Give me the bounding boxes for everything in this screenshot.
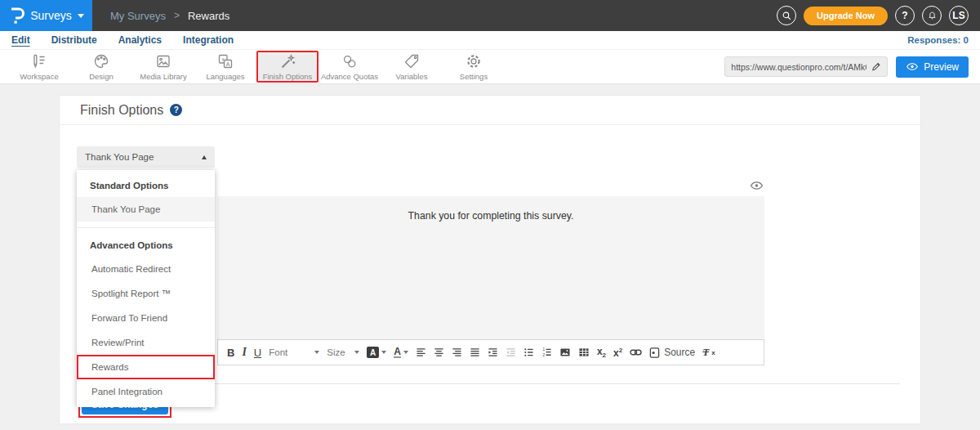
- numbered-list-icon: 12: [541, 347, 552, 357]
- menu-item-thank-you-page[interactable]: Thank You Page: [77, 197, 215, 222]
- survey-nav: Edit Distribute Analytics Integration Re…: [0, 31, 980, 49]
- numbered-list-button[interactable]: 12: [541, 347, 552, 357]
- align-center-icon: [434, 347, 444, 357]
- panel-body: Thank You Page Standard Options Thank Yo…: [60, 125, 920, 424]
- menu-item-spotlight-report[interactable]: Spotlight Report ™: [77, 281, 215, 306]
- chevron-down-icon: [381, 351, 386, 354]
- questionpro-logo: [8, 6, 24, 25]
- svg-text:2: 2: [542, 353, 545, 357]
- tab-analytics[interactable]: Analytics: [118, 34, 162, 46]
- survey-url: https://www.questionpro.com/t/AMkGQ: [731, 62, 866, 72]
- notifications-button[interactable]: [922, 6, 942, 25]
- help-icon: ?: [902, 10, 907, 21]
- align-right-button[interactable]: [452, 347, 462, 357]
- editor-content[interactable]: Thank you for completing this survey.: [217, 196, 764, 339]
- menu-item-panel-integration[interactable]: Panel Integration: [77, 379, 215, 404]
- image-icon: [559, 347, 571, 357]
- italic-button[interactable]: I: [242, 346, 246, 359]
- chevron-down-icon: [78, 14, 84, 18]
- breadcrumb-current: Rewards: [188, 10, 229, 22]
- eye-icon: [906, 62, 919, 71]
- align-justify-button[interactable]: [470, 347, 480, 357]
- design-icon: [92, 52, 110, 70]
- text-color-icon: A: [394, 347, 401, 359]
- tab-edit[interactable]: Edit: [11, 34, 30, 46]
- search-button[interactable]: [777, 6, 796, 25]
- product-name: Surveys: [30, 9, 72, 22]
- bold-button[interactable]: B: [227, 347, 234, 359]
- indent-increase-button[interactable]: [488, 347, 498, 357]
- menu-item-forward-to-friend[interactable]: Forward To Friend: [77, 306, 215, 330]
- breadcrumb: My Surveys > Rewards: [92, 0, 229, 31]
- bell-icon: [927, 10, 938, 21]
- preview-button[interactable]: Preview: [896, 56, 969, 78]
- indent-decrease-button[interactable]: [506, 347, 516, 357]
- finish-type-selected: Thank You Page: [85, 152, 154, 162]
- background-color-button[interactable]: A: [367, 347, 386, 358]
- align-right-icon: [452, 347, 462, 357]
- media-library-icon: [154, 52, 172, 70]
- toolbar-item-languages[interactable]: x A Languages: [194, 51, 256, 83]
- thank-you-editor: Thank you for completing this survey. B …: [217, 196, 764, 365]
- align-center-button[interactable]: [434, 347, 444, 357]
- insert-link-button[interactable]: [630, 348, 642, 356]
- app-header: Surveys My Surveys > Rewards Upgrade Now…: [0, 0, 980, 31]
- menu-divider: [77, 227, 215, 228]
- product-switcher[interactable]: Surveys: [0, 0, 92, 31]
- avatar[interactable]: LS: [949, 6, 969, 25]
- settings-gear-icon: [465, 52, 483, 70]
- align-left-icon: [416, 347, 426, 357]
- avatar-initials: LS: [952, 10, 964, 21]
- page-title: Finish Options: [80, 103, 163, 118]
- insert-table-button[interactable]: [578, 347, 590, 357]
- menu-item-review-print[interactable]: Review/Print: [77, 330, 215, 355]
- insert-image-button[interactable]: [559, 347, 571, 357]
- header-actions: Upgrade Now ? LS: [777, 0, 980, 31]
- subscript-button[interactable]: x2: [597, 346, 606, 359]
- edit-toolbar: Workspace Design Media Library x A Langu…: [0, 49, 980, 84]
- finish-options-icon: [278, 52, 296, 70]
- underline-button[interactable]: U: [254, 347, 261, 359]
- chevron-down-icon: [314, 351, 319, 354]
- text-color-button[interactable]: A: [394, 347, 408, 359]
- toolbar-item-design[interactable]: Design: [70, 51, 132, 83]
- finish-type-select[interactable]: Thank You Page: [77, 146, 215, 168]
- toolbar-item-variables[interactable]: Variables: [381, 51, 443, 83]
- upgrade-now-button[interactable]: Upgrade Now: [804, 7, 888, 25]
- breadcrumb-my-surveys[interactable]: My Surveys: [110, 10, 166, 22]
- indent-increase-icon: [488, 347, 498, 357]
- toolbar-item-finish-options[interactable]: Finish Options: [256, 51, 318, 83]
- finish-options-panel: Finish Options ? Thank You Page Standard…: [59, 95, 921, 424]
- bulleted-list-button[interactable]: [523, 347, 534, 357]
- chevron-up-icon: [202, 155, 207, 159]
- size-dropdown[interactable]: Size: [327, 347, 359, 357]
- eye-icon: [750, 181, 764, 190]
- menu-header-advanced-options: Advanced Options: [77, 234, 215, 257]
- font-dropdown[interactable]: Font: [269, 347, 319, 357]
- align-left-button[interactable]: [416, 347, 426, 357]
- languages-icon: x A: [216, 52, 234, 70]
- toolbar-item-advance-quotas[interactable]: Advance Quotas: [318, 51, 381, 83]
- tab-distribute[interactable]: Distribute: [51, 34, 97, 46]
- align-justify-icon: [470, 347, 480, 357]
- title-help-icon[interactable]: ?: [170, 104, 182, 116]
- menu-item-automatic-redirect[interactable]: Automatic Redirect: [77, 257, 215, 281]
- source-button[interactable]: Source: [649, 347, 695, 358]
- survey-url-field[interactable]: https://www.questionpro.com/t/AMkGQ: [724, 56, 888, 77]
- responses-count[interactable]: Responses: 0: [907, 35, 969, 45]
- superscript-button[interactable]: x2: [613, 347, 622, 359]
- editor-preview-toggle[interactable]: [750, 179, 764, 194]
- svg-text:A: A: [225, 60, 229, 68]
- panel-header: Finish Options ?: [60, 96, 920, 125]
- menu-item-rewards[interactable]: Rewards: [77, 355, 215, 379]
- help-button[interactable]: ?: [895, 6, 915, 25]
- breadcrumb-separator: >: [174, 10, 180, 21]
- tab-integration[interactable]: Integration: [183, 34, 234, 46]
- toolbar-item-settings[interactable]: Settings: [443, 51, 505, 83]
- survey-link-zone: https://www.questionpro.com/t/AMkGQ Prev…: [724, 56, 969, 78]
- workspace-icon: [30, 52, 48, 70]
- remove-format-button[interactable]: Tx: [702, 346, 715, 359]
- edit-url-pencil-icon[interactable]: [871, 61, 881, 72]
- toolbar-item-workspace[interactable]: Workspace: [8, 51, 70, 83]
- toolbar-item-media-library[interactable]: Media Library: [132, 51, 194, 83]
